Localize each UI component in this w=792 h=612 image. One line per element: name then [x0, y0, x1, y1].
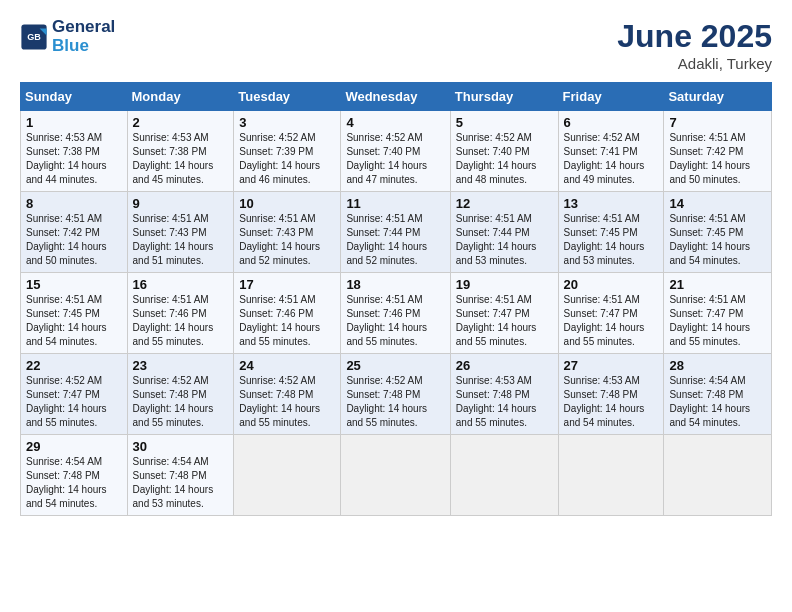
cell-info: Sunrise: 4:52 AMSunset: 7:47 PMDaylight:…	[26, 375, 107, 428]
svg-text:GB: GB	[27, 31, 41, 41]
table-row: 25Sunrise: 4:52 AMSunset: 7:48 PMDayligh…	[341, 354, 450, 435]
page: GB General Blue June 2025 Adakli, Turkey…	[0, 0, 792, 612]
cell-info: Sunrise: 4:54 AMSunset: 7:48 PMDaylight:…	[26, 456, 107, 509]
cell-info: Sunrise: 4:54 AMSunset: 7:48 PMDaylight:…	[133, 456, 214, 509]
col-friday: Friday	[558, 83, 664, 111]
day-number: 12	[456, 196, 553, 211]
cell-info: Sunrise: 4:51 AMSunset: 7:42 PMDaylight:…	[26, 213, 107, 266]
table-row: 28Sunrise: 4:54 AMSunset: 7:48 PMDayligh…	[664, 354, 772, 435]
day-number: 22	[26, 358, 122, 373]
table-row: 17Sunrise: 4:51 AMSunset: 7:46 PMDayligh…	[234, 273, 341, 354]
col-wednesday: Wednesday	[341, 83, 450, 111]
day-number: 13	[564, 196, 659, 211]
day-number: 23	[133, 358, 229, 373]
cell-info: Sunrise: 4:51 AMSunset: 7:46 PMDaylight:…	[133, 294, 214, 347]
table-row: 11Sunrise: 4:51 AMSunset: 7:44 PMDayligh…	[341, 192, 450, 273]
day-number: 17	[239, 277, 335, 292]
cell-info: Sunrise: 4:51 AMSunset: 7:47 PMDaylight:…	[456, 294, 537, 347]
day-number: 14	[669, 196, 766, 211]
day-number: 4	[346, 115, 444, 130]
table-row: 3Sunrise: 4:52 AMSunset: 7:39 PMDaylight…	[234, 111, 341, 192]
table-row: 27Sunrise: 4:53 AMSunset: 7:48 PMDayligh…	[558, 354, 664, 435]
calendar-week-row: 1Sunrise: 4:53 AMSunset: 7:38 PMDaylight…	[21, 111, 772, 192]
table-row: 8Sunrise: 4:51 AMSunset: 7:42 PMDaylight…	[21, 192, 128, 273]
table-row: 12Sunrise: 4:51 AMSunset: 7:44 PMDayligh…	[450, 192, 558, 273]
cell-info: Sunrise: 4:51 AMSunset: 7:44 PMDaylight:…	[456, 213, 537, 266]
day-number: 9	[133, 196, 229, 211]
table-row: 24Sunrise: 4:52 AMSunset: 7:48 PMDayligh…	[234, 354, 341, 435]
table-row	[450, 435, 558, 516]
table-row: 18Sunrise: 4:51 AMSunset: 7:46 PMDayligh…	[341, 273, 450, 354]
calendar-week-row: 22Sunrise: 4:52 AMSunset: 7:47 PMDayligh…	[21, 354, 772, 435]
col-sunday: Sunday	[21, 83, 128, 111]
table-row: 4Sunrise: 4:52 AMSunset: 7:40 PMDaylight…	[341, 111, 450, 192]
cell-info: Sunrise: 4:53 AMSunset: 7:48 PMDaylight:…	[456, 375, 537, 428]
table-row: 16Sunrise: 4:51 AMSunset: 7:46 PMDayligh…	[127, 273, 234, 354]
table-row: 14Sunrise: 4:51 AMSunset: 7:45 PMDayligh…	[664, 192, 772, 273]
table-row: 15Sunrise: 4:51 AMSunset: 7:45 PMDayligh…	[21, 273, 128, 354]
cell-info: Sunrise: 4:53 AMSunset: 7:48 PMDaylight:…	[564, 375, 645, 428]
logo: GB General Blue	[20, 18, 115, 55]
table-row	[664, 435, 772, 516]
col-thursday: Thursday	[450, 83, 558, 111]
table-row: 21Sunrise: 4:51 AMSunset: 7:47 PMDayligh…	[664, 273, 772, 354]
day-number: 10	[239, 196, 335, 211]
day-number: 7	[669, 115, 766, 130]
day-number: 16	[133, 277, 229, 292]
table-row: 13Sunrise: 4:51 AMSunset: 7:45 PMDayligh…	[558, 192, 664, 273]
col-monday: Monday	[127, 83, 234, 111]
cell-info: Sunrise: 4:52 AMSunset: 7:48 PMDaylight:…	[346, 375, 427, 428]
day-number: 6	[564, 115, 659, 130]
table-row: 9Sunrise: 4:51 AMSunset: 7:43 PMDaylight…	[127, 192, 234, 273]
logo-text: General Blue	[52, 18, 115, 55]
day-number: 18	[346, 277, 444, 292]
calendar-week-row: 15Sunrise: 4:51 AMSunset: 7:45 PMDayligh…	[21, 273, 772, 354]
location: Adakli, Turkey	[617, 55, 772, 72]
day-number: 26	[456, 358, 553, 373]
table-row: 2Sunrise: 4:53 AMSunset: 7:38 PMDaylight…	[127, 111, 234, 192]
cell-info: Sunrise: 4:53 AMSunset: 7:38 PMDaylight:…	[133, 132, 214, 185]
cell-info: Sunrise: 4:54 AMSunset: 7:48 PMDaylight:…	[669, 375, 750, 428]
day-number: 5	[456, 115, 553, 130]
day-number: 27	[564, 358, 659, 373]
month-title: June 2025	[617, 18, 772, 55]
cell-info: Sunrise: 4:51 AMSunset: 7:42 PMDaylight:…	[669, 132, 750, 185]
day-number: 1	[26, 115, 122, 130]
cell-info: Sunrise: 4:51 AMSunset: 7:46 PMDaylight:…	[346, 294, 427, 347]
day-number: 3	[239, 115, 335, 130]
calendar-header-row: Sunday Monday Tuesday Wednesday Thursday…	[21, 83, 772, 111]
table-row: 23Sunrise: 4:52 AMSunset: 7:48 PMDayligh…	[127, 354, 234, 435]
cell-info: Sunrise: 4:52 AMSunset: 7:48 PMDaylight:…	[133, 375, 214, 428]
cell-info: Sunrise: 4:52 AMSunset: 7:39 PMDaylight:…	[239, 132, 320, 185]
cell-info: Sunrise: 4:51 AMSunset: 7:43 PMDaylight:…	[133, 213, 214, 266]
table-row: 30Sunrise: 4:54 AMSunset: 7:48 PMDayligh…	[127, 435, 234, 516]
calendar-week-row: 8Sunrise: 4:51 AMSunset: 7:42 PMDaylight…	[21, 192, 772, 273]
title-block: June 2025 Adakli, Turkey	[617, 18, 772, 72]
day-number: 25	[346, 358, 444, 373]
table-row: 10Sunrise: 4:51 AMSunset: 7:43 PMDayligh…	[234, 192, 341, 273]
day-number: 2	[133, 115, 229, 130]
table-row	[341, 435, 450, 516]
table-row: 26Sunrise: 4:53 AMSunset: 7:48 PMDayligh…	[450, 354, 558, 435]
day-number: 21	[669, 277, 766, 292]
cell-info: Sunrise: 4:52 AMSunset: 7:48 PMDaylight:…	[239, 375, 320, 428]
table-row	[558, 435, 664, 516]
cell-info: Sunrise: 4:51 AMSunset: 7:46 PMDaylight:…	[239, 294, 320, 347]
table-row: 7Sunrise: 4:51 AMSunset: 7:42 PMDaylight…	[664, 111, 772, 192]
cell-info: Sunrise: 4:51 AMSunset: 7:47 PMDaylight:…	[669, 294, 750, 347]
day-number: 20	[564, 277, 659, 292]
table-row: 19Sunrise: 4:51 AMSunset: 7:47 PMDayligh…	[450, 273, 558, 354]
day-number: 28	[669, 358, 766, 373]
table-row: 5Sunrise: 4:52 AMSunset: 7:40 PMDaylight…	[450, 111, 558, 192]
table-row	[234, 435, 341, 516]
cell-info: Sunrise: 4:52 AMSunset: 7:40 PMDaylight:…	[346, 132, 427, 185]
cell-info: Sunrise: 4:51 AMSunset: 7:44 PMDaylight:…	[346, 213, 427, 266]
cell-info: Sunrise: 4:51 AMSunset: 7:43 PMDaylight:…	[239, 213, 320, 266]
cell-info: Sunrise: 4:51 AMSunset: 7:45 PMDaylight:…	[564, 213, 645, 266]
cell-info: Sunrise: 4:51 AMSunset: 7:45 PMDaylight:…	[26, 294, 107, 347]
col-tuesday: Tuesday	[234, 83, 341, 111]
table-row: 29Sunrise: 4:54 AMSunset: 7:48 PMDayligh…	[21, 435, 128, 516]
cell-info: Sunrise: 4:52 AMSunset: 7:40 PMDaylight:…	[456, 132, 537, 185]
calendar-week-row: 29Sunrise: 4:54 AMSunset: 7:48 PMDayligh…	[21, 435, 772, 516]
day-number: 29	[26, 439, 122, 454]
